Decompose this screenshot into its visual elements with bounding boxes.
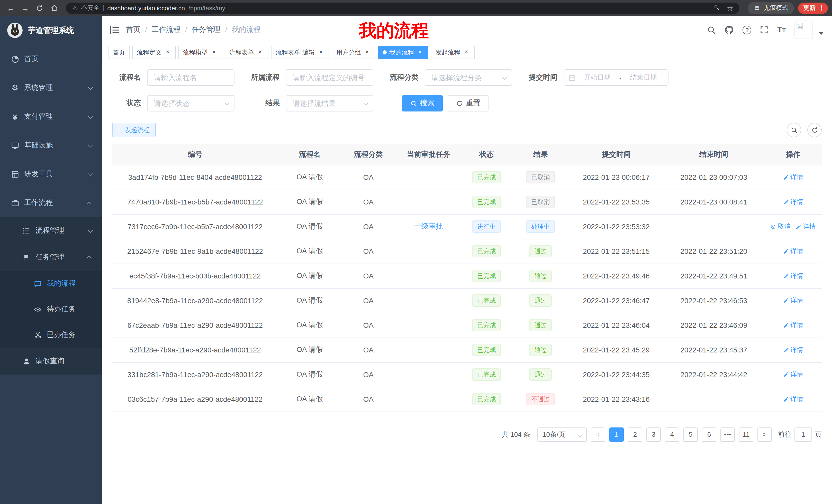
tab-process-form[interactable]: 流程表单 [225,46,268,59]
address-bar[interactable]: ⚠ 不安全 dashboard.yudao.iocoder.cn/bpm/tas… [66,2,739,13]
detail-link[interactable]: 详情 [796,222,816,231]
sidebar-item-home[interactable]: 首页 [0,45,102,74]
prev-page-button[interactable] [591,427,605,442]
detail-link[interactable]: 详情 [783,296,803,305]
sidebar-item-todo-tasks[interactable]: 待办任务 [0,297,102,322]
tab-process-form-edit[interactable]: 流程表单-编辑 [271,46,329,59]
dashboard-icon [10,55,20,63]
initiate-process-button[interactable]: + 发起流程 [112,123,156,137]
detail-link[interactable]: 详情 [783,321,803,330]
breadcrumb-workflow[interactable]: 工作流程 [152,25,181,34]
process-name-input[interactable] [147,69,234,86]
tab-process-model[interactable]: 流程模型 [178,46,222,59]
close-icon[interactable] [417,49,424,56]
process-id: 52ffd28e-7b9a-11ec-a290-acde48001122 [112,338,278,362]
detail-link[interactable]: 详情 [783,395,803,403]
edit-icon [783,323,789,328]
detail-link[interactable]: 详情 [783,247,803,256]
submit-time: 2022-01-22 23:49:46 [570,263,663,288]
sidebar-item-task-management[interactable]: 任务管理 [0,244,102,271]
submit-time-label: 提交时间 [529,73,564,82]
page-size-select[interactable]: 10条/页 [537,427,587,442]
detail-link[interactable]: 详情 [783,272,803,280]
sidebar-item-devtools[interactable]: 研发工具 [0,160,102,189]
update-button[interactable]: 更新 [798,2,828,13]
font-size-icon[interactable] [777,26,786,34]
category-select[interactable] [425,69,512,86]
search-button[interactable]: 搜索 [402,95,443,111]
sidebar-item-payment-management[interactable]: ¥ 支付管理 [0,102,102,131]
refresh-table-button[interactable] [807,123,822,137]
more-pages-button[interactable]: ••• [721,427,735,442]
reload-button[interactable] [33,1,46,15]
current-task [395,387,462,412]
current-task [395,362,462,387]
table-row: 331bc281-7b9a-11ec-a290-acde48001122 OA … [112,362,822,387]
close-icon[interactable] [210,49,217,56]
tab-my-process[interactable]: 我的流程 [378,46,428,59]
cancel-link[interactable]: 取消 [771,222,790,231]
goto-page-input[interactable] [795,427,812,442]
toggle-search-button[interactable] [787,123,801,137]
page-button-5[interactable]: 5 [683,427,698,442]
page-button-2[interactable]: 2 [628,427,642,442]
page-button-4[interactable]: 4 [665,427,679,442]
edit-icon [783,347,789,353]
detail-link[interactable]: 详情 [783,173,803,181]
search-icon[interactable] [707,25,716,34]
table-row: 7317cec6-7b9b-11ec-b5b7-acde48001122 OA … [112,214,822,239]
sidebar-item-done-tasks[interactable]: 已办任务 [0,322,102,348]
reset-button[interactable]: 重置 [448,95,489,111]
github-icon[interactable] [725,25,734,34]
result-select[interactable] [286,95,373,111]
sidebar-item-infrastructure[interactable]: 基础设施 [0,131,102,160]
breadcrumb-home[interactable]: 首页 [126,25,140,34]
home-button[interactable] [47,1,61,15]
forward-button[interactable]: → [19,1,32,15]
page-button-11[interactable]: 11 [739,427,753,442]
breadcrumb-task-management[interactable]: 任务管理 [192,25,220,34]
sidebar-item-leave-query[interactable]: 请假查询 [0,348,102,374]
filter-row-1: 流程名 所属流程 流程分类 提交时间 [112,69,822,86]
help-icon[interactable] [743,25,752,34]
chevron-down-icon[interactable] [818,32,824,35]
process-id: 331bc281-7b9a-11ec-a290-acde48001122 [112,362,278,387]
tabs-bar: 首页 流程定义 流程模型 流程表单 流程表单-编辑 用户分组 我的流程 发起流程 [102,44,832,61]
close-icon[interactable] [257,49,264,56]
fullscreen-icon[interactable] [760,26,769,34]
sidebar-item-process-management[interactable]: 流程管理 [0,217,102,244]
end-time: 2022-01-22 23:49:51 [663,263,765,288]
edit-icon [796,224,801,229]
page-button-6[interactable]: 6 [702,427,716,442]
current-task [395,338,462,362]
detail-link[interactable]: 详情 [783,198,803,206]
status-select[interactable] [147,95,234,111]
sidebar-item-my-process[interactable]: 我的流程 [0,271,102,297]
avatar[interactable] [795,21,813,39]
detail-link[interactable]: 详情 [783,370,803,379]
tab-process-definition[interactable]: 流程定义 [132,46,176,59]
bookmark-star-icon[interactable]: ☆ [727,4,733,12]
process-definition-input[interactable] [286,69,373,86]
browser-menu-icon[interactable] [818,4,825,12]
key-icon[interactable] [714,5,721,11]
close-icon[interactable] [164,49,171,56]
detail-link[interactable]: 详情 [783,345,803,354]
tab-initiate-process[interactable]: 发起流程 [431,46,475,59]
sidebar-collapse-button[interactable] [110,25,119,34]
page-button-3[interactable]: 3 [646,427,661,442]
back-button[interactable]: ← [4,1,18,15]
date-range-picker[interactable]: 开始日期 - 结束日期 [564,69,669,86]
sidebar-item-workflow[interactable]: 工作流程 [0,189,102,217]
tab-home[interactable]: 首页 [108,46,130,59]
tab-user-group[interactable]: 用户分组 [332,46,375,59]
close-icon[interactable] [364,49,371,56]
close-icon[interactable] [463,49,470,56]
sidebar-item-system-management[interactable]: ⚙ 系统管理 [0,74,102,102]
close-icon[interactable] [317,49,324,56]
status-tag: 已完成 [472,245,501,257]
current-task-link[interactable]: 一级审批 [414,222,443,230]
warning-icon: ⚠ [72,4,78,11]
next-page-button[interactable] [757,427,772,442]
page-button-1[interactable]: 1 [609,427,624,442]
